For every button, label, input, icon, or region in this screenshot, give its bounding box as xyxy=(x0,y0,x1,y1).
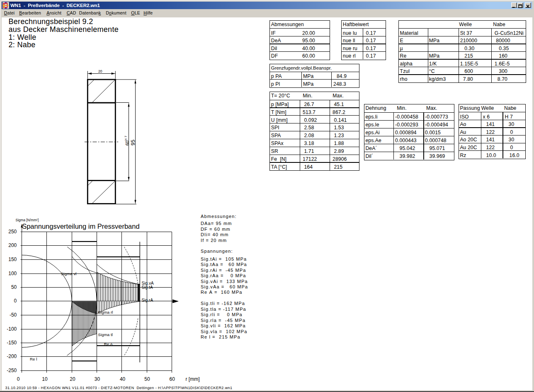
svg-text:50: 50 xyxy=(144,376,150,382)
svg-text:Re l: Re l xyxy=(30,357,37,361)
svg-text:50: 50 xyxy=(11,284,17,290)
svg-text:-250: -250 xyxy=(7,368,17,373)
svg-text:Sigma [N/mm²]: Sigma [N/mm²] xyxy=(15,218,39,222)
svg-text:150: 150 xyxy=(8,256,17,262)
svg-text:100: 100 xyxy=(8,271,17,276)
svg-text:Sig.tA: Sig.tA xyxy=(141,285,153,290)
svg-text:0: 0 xyxy=(17,376,20,382)
svg-text:Sigma tl: Sigma tl xyxy=(98,332,113,337)
svg-text:0: 0 xyxy=(14,298,17,304)
svg-text:95: 95 xyxy=(130,140,136,145)
svg-text:10: 10 xyxy=(42,376,48,382)
svg-text:200: 200 xyxy=(8,242,17,248)
svg-text:Sig.rA: Sig.rA xyxy=(141,298,153,302)
svg-text:-150: -150 xyxy=(7,340,17,346)
svg-text:Spannungsverteilung im Pressve: Spannungsverteilung im Pressverband xyxy=(22,223,139,230)
svg-text:-100: -100 xyxy=(7,326,17,332)
svg-text:250: 250 xyxy=(8,229,17,235)
svg-text:Re A: Re A xyxy=(104,342,113,346)
svg-text:30: 30 xyxy=(95,376,100,382)
svg-text:Sigma rl: Sigma rl xyxy=(98,310,113,315)
svg-text:20: 20 xyxy=(98,69,102,73)
svg-text:Sigma vl: Sigma vl xyxy=(61,271,77,276)
svg-text:r [mm]: r [mm] xyxy=(186,376,200,382)
svg-text:20: 20 xyxy=(70,376,75,382)
svg-text:40: 40 xyxy=(120,376,126,382)
svg-text:-50: -50 xyxy=(10,312,17,318)
svg-text:-200: -200 xyxy=(7,353,17,359)
svg-text:60: 60 xyxy=(170,376,175,382)
